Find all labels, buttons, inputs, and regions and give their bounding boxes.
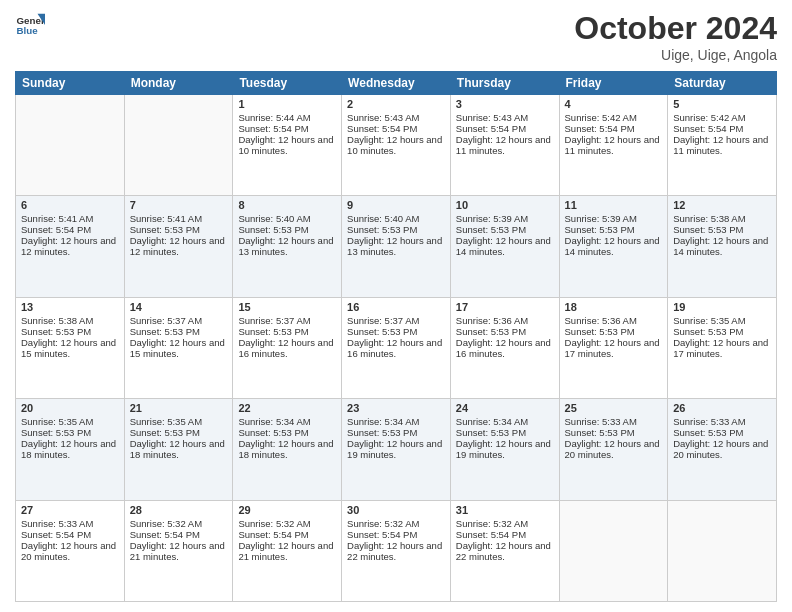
calendar-cell — [668, 500, 777, 601]
sunrise-text: Sunrise: 5:35 AM — [21, 416, 119, 427]
calendar-table: SundayMondayTuesdayWednesdayThursdayFrid… — [15, 71, 777, 602]
sunset-text: Sunset: 5:54 PM — [565, 123, 663, 134]
sunset-text: Sunset: 5:53 PM — [347, 427, 445, 438]
day-number: 16 — [347, 301, 445, 313]
calendar-cell: 5Sunrise: 5:42 AMSunset: 5:54 PMDaylight… — [668, 95, 777, 196]
sunset-text: Sunset: 5:53 PM — [130, 224, 228, 235]
daylight-text: Daylight: 12 hours and 20 minutes. — [565, 438, 663, 460]
sunrise-text: Sunrise: 5:32 AM — [238, 518, 336, 529]
calendar-cell: 7Sunrise: 5:41 AMSunset: 5:53 PMDaylight… — [124, 196, 233, 297]
calendar-cell: 27Sunrise: 5:33 AMSunset: 5:54 PMDayligh… — [16, 500, 125, 601]
day-number: 26 — [673, 402, 771, 414]
page-container: General Blue October 2024 Uige, Uige, An… — [0, 0, 792, 612]
calendar-cell: 12Sunrise: 5:38 AMSunset: 5:53 PMDayligh… — [668, 196, 777, 297]
sunrise-text: Sunrise: 5:33 AM — [565, 416, 663, 427]
sunset-text: Sunset: 5:53 PM — [347, 326, 445, 337]
day-number: 27 — [21, 504, 119, 516]
daylight-text: Daylight: 12 hours and 10 minutes. — [238, 134, 336, 156]
calendar-cell: 29Sunrise: 5:32 AMSunset: 5:54 PMDayligh… — [233, 500, 342, 601]
sunset-text: Sunset: 5:53 PM — [238, 326, 336, 337]
day-number: 20 — [21, 402, 119, 414]
sunrise-text: Sunrise: 5:40 AM — [347, 213, 445, 224]
logo-icon: General Blue — [15, 10, 45, 40]
sunrise-text: Sunrise: 5:37 AM — [238, 315, 336, 326]
daylight-text: Daylight: 12 hours and 17 minutes. — [673, 337, 771, 359]
day-number: 28 — [130, 504, 228, 516]
sunrise-text: Sunrise: 5:43 AM — [347, 112, 445, 123]
day-number: 10 — [456, 199, 554, 211]
day-number: 24 — [456, 402, 554, 414]
day-number: 15 — [238, 301, 336, 313]
day-number: 5 — [673, 98, 771, 110]
sunrise-text: Sunrise: 5:42 AM — [673, 112, 771, 123]
calendar-row: 13Sunrise: 5:38 AMSunset: 5:53 PMDayligh… — [16, 297, 777, 398]
sunrise-text: Sunrise: 5:33 AM — [673, 416, 771, 427]
calendar-cell: 26Sunrise: 5:33 AMSunset: 5:53 PMDayligh… — [668, 399, 777, 500]
daylight-text: Daylight: 12 hours and 16 minutes. — [238, 337, 336, 359]
day-number: 3 — [456, 98, 554, 110]
day-number: 8 — [238, 199, 336, 211]
calendar-cell: 15Sunrise: 5:37 AMSunset: 5:53 PMDayligh… — [233, 297, 342, 398]
sunrise-text: Sunrise: 5:44 AM — [238, 112, 336, 123]
sunrise-text: Sunrise: 5:34 AM — [347, 416, 445, 427]
calendar-cell — [16, 95, 125, 196]
sunset-text: Sunset: 5:54 PM — [347, 529, 445, 540]
calendar-cell: 21Sunrise: 5:35 AMSunset: 5:53 PMDayligh… — [124, 399, 233, 500]
daylight-text: Daylight: 12 hours and 20 minutes. — [21, 540, 119, 562]
weekday-header-cell: Tuesday — [233, 72, 342, 95]
daylight-text: Daylight: 12 hours and 12 minutes. — [130, 235, 228, 257]
weekday-header-cell: Friday — [559, 72, 668, 95]
calendar-cell: 17Sunrise: 5:36 AMSunset: 5:53 PMDayligh… — [450, 297, 559, 398]
sunrise-text: Sunrise: 5:37 AM — [347, 315, 445, 326]
day-number: 4 — [565, 98, 663, 110]
sunset-text: Sunset: 5:53 PM — [456, 326, 554, 337]
calendar-cell: 30Sunrise: 5:32 AMSunset: 5:54 PMDayligh… — [342, 500, 451, 601]
calendar-cell: 28Sunrise: 5:32 AMSunset: 5:54 PMDayligh… — [124, 500, 233, 601]
sunrise-text: Sunrise: 5:41 AM — [130, 213, 228, 224]
sunrise-text: Sunrise: 5:43 AM — [456, 112, 554, 123]
daylight-text: Daylight: 12 hours and 14 minutes. — [456, 235, 554, 257]
weekday-header-cell: Thursday — [450, 72, 559, 95]
daylight-text: Daylight: 12 hours and 21 minutes. — [238, 540, 336, 562]
sunrise-text: Sunrise: 5:36 AM — [456, 315, 554, 326]
sunset-text: Sunset: 5:54 PM — [130, 529, 228, 540]
daylight-text: Daylight: 12 hours and 16 minutes. — [347, 337, 445, 359]
sunrise-text: Sunrise: 5:41 AM — [21, 213, 119, 224]
calendar-cell: 3Sunrise: 5:43 AMSunset: 5:54 PMDaylight… — [450, 95, 559, 196]
daylight-text: Daylight: 12 hours and 15 minutes. — [130, 337, 228, 359]
daylight-text: Daylight: 12 hours and 12 minutes. — [21, 235, 119, 257]
daylight-text: Daylight: 12 hours and 18 minutes. — [238, 438, 336, 460]
calendar-cell: 10Sunrise: 5:39 AMSunset: 5:53 PMDayligh… — [450, 196, 559, 297]
calendar-row: 20Sunrise: 5:35 AMSunset: 5:53 PMDayligh… — [16, 399, 777, 500]
sunrise-text: Sunrise: 5:35 AM — [130, 416, 228, 427]
sunrise-text: Sunrise: 5:33 AM — [21, 518, 119, 529]
day-number: 23 — [347, 402, 445, 414]
sunset-text: Sunset: 5:54 PM — [456, 123, 554, 134]
sunset-text: Sunset: 5:54 PM — [456, 529, 554, 540]
location-title: Uige, Uige, Angola — [574, 47, 777, 63]
daylight-text: Daylight: 12 hours and 11 minutes. — [673, 134, 771, 156]
month-title: October 2024 — [574, 10, 777, 47]
day-number: 19 — [673, 301, 771, 313]
sunrise-text: Sunrise: 5:32 AM — [347, 518, 445, 529]
calendar-cell: 31Sunrise: 5:32 AMSunset: 5:54 PMDayligh… — [450, 500, 559, 601]
daylight-text: Daylight: 12 hours and 19 minutes. — [347, 438, 445, 460]
logo: General Blue — [15, 10, 45, 40]
sunset-text: Sunset: 5:53 PM — [130, 326, 228, 337]
sunset-text: Sunset: 5:53 PM — [238, 224, 336, 235]
daylight-text: Daylight: 12 hours and 22 minutes. — [456, 540, 554, 562]
sunrise-text: Sunrise: 5:36 AM — [565, 315, 663, 326]
day-number: 21 — [130, 402, 228, 414]
daylight-text: Daylight: 12 hours and 14 minutes. — [565, 235, 663, 257]
weekday-header-row: SundayMondayTuesdayWednesdayThursdayFrid… — [16, 72, 777, 95]
daylight-text: Daylight: 12 hours and 20 minutes. — [673, 438, 771, 460]
day-number: 14 — [130, 301, 228, 313]
daylight-text: Daylight: 12 hours and 22 minutes. — [347, 540, 445, 562]
sunset-text: Sunset: 5:53 PM — [347, 224, 445, 235]
calendar-cell: 14Sunrise: 5:37 AMSunset: 5:53 PMDayligh… — [124, 297, 233, 398]
sunrise-text: Sunrise: 5:39 AM — [456, 213, 554, 224]
sunset-text: Sunset: 5:53 PM — [565, 224, 663, 235]
daylight-text: Daylight: 12 hours and 15 minutes. — [21, 337, 119, 359]
sunset-text: Sunset: 5:54 PM — [238, 123, 336, 134]
calendar-cell: 22Sunrise: 5:34 AMSunset: 5:53 PMDayligh… — [233, 399, 342, 500]
